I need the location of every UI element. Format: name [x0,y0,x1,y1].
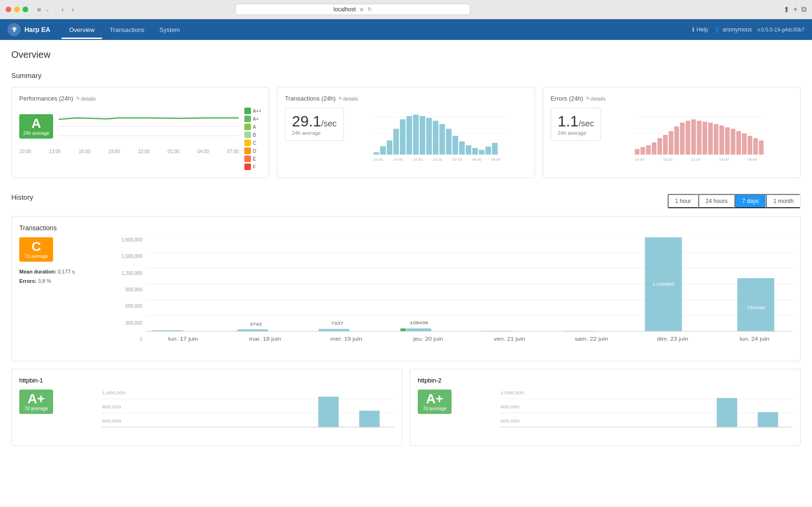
traffic-lights [6,7,28,12]
filter-24hours[interactable]: 24 hours [698,194,735,208]
back-button[interactable]: ‹ [58,5,67,14]
svg-rect-11 [406,116,412,155]
summary-grid: Performances (24h) ✎ details A 24h avera… [11,87,801,178]
httpbin2-layout: A+ 7d average 1,000,000 [418,390,793,438]
tabs-icon[interactable]: ⧉ [801,5,806,14]
svg-rect-19 [459,141,465,155]
summary-title: Summary [11,71,801,79]
svg-text:dim. 23 juin: dim. 23 juin [657,336,688,342]
security-icon: ⊕ [359,7,364,13]
grade-row-c: C [244,140,261,146]
txn-history-title: Transactions [19,224,793,232]
svg-rect-22 [479,150,484,155]
httpbin1-bar-chart: 1,000,000 800,000 600,000 [102,390,394,437]
svg-rect-15 [433,121,438,155]
svg-text:jeu. 20 juin: jeu. 20 juin [413,336,443,342]
svg-text:ven. 21 juin: ven. 21 juin [494,336,525,342]
httpbin1-info: A+ 7d average [19,390,94,438]
httpbin1-chart: 1,000,000 800,000 600,000 [102,390,394,438]
version-label: v.0.5.0-19-g4dc30b7 [757,27,804,32]
big-bar-chart-main: 3742 7337 108436 [146,237,793,353]
svg-rect-6 [374,152,379,155]
edit-icon: ✎ [76,96,80,101]
svg-text:7337: 7337 [331,321,343,325]
svg-text:sam. 22 juin: sam. 22 juin [575,336,608,342]
svg-rect-105 [717,398,737,427]
grade-row-e: E [244,156,261,162]
err-value: 1.1 [558,113,578,130]
grade-legend: A++ A+ A B C D E F [244,108,261,170]
perf-chart-area: A 24h average [19,108,261,170]
minimize-button[interactable] [14,7,20,12]
help-link[interactable]: ℹ Help [692,26,708,33]
maximize-button[interactable] [23,7,28,12]
nav-item-transactions[interactable]: Transactions [102,21,152,39]
svg-rect-51 [725,127,730,155]
svg-text:1,000,000: 1,000,000 [102,390,125,395]
filter-1hour[interactable]: 1 hour [668,194,698,208]
harp-icon: ♆ [11,26,17,33]
svg-rect-54 [742,133,747,155]
url-bar[interactable]: localhost ⊕ ↻ [235,4,470,15]
summary-section: Summary Performances (24h) ✎ details A [11,71,801,178]
svg-rect-10 [400,119,406,155]
svg-text:16:00: 16:00 [663,157,673,162]
txn-grade-badge: C 7d average [19,237,53,262]
errors-detail-link[interactable]: ✎ details [586,96,606,101]
stat-box-txn: 29.1/sec 24h average [285,108,344,141]
filter-7days[interactable]: 7 days [734,194,765,208]
forward-button[interactable]: › [69,5,77,14]
close-button[interactable] [6,7,11,12]
svg-rect-8 [387,140,392,155]
transactions-bar-wrap: 10:00 14:00 18:00 22:00 02:00 06:00 08:0… [350,108,527,163]
svg-text:mar. 18 juin: mar. 18 juin [249,336,281,342]
txn-stats: Mean duration: 0.177 s Errors: 3,8 % [19,267,104,286]
svg-text:600,000: 600,000 [102,419,121,423]
nav-item-system[interactable]: System [152,21,187,39]
add-tab-icon[interactable]: + [793,5,797,14]
svg-text:600,000: 600,000 [500,419,520,423]
time-filter: 1 hour 24 hours 7 days 1 month [667,194,801,209]
svg-text:10:00: 10:00 [374,157,383,162]
history-section: History 1 hour 24 hours 7 days 1 month T… [11,193,801,446]
history-header: History 1 hour 24 hours 7 days 1 month [11,193,801,209]
performances-detail-link[interactable]: ✎ details [76,96,96,101]
svg-text:14:00: 14:00 [393,157,403,162]
history-bar-chart-svg: 3742 7337 108436 [146,237,793,352]
httpbin2-grade: A+ 7d average [418,390,452,414]
share-icon[interactable]: ⬆ [783,5,789,14]
nav-item-overview[interactable]: Overview [62,21,102,39]
svg-text:06:00: 06:00 [472,157,482,162]
transactions-bar-chart: 10:00 14:00 18:00 22:00 02:00 06:00 08:0… [350,108,527,162]
chevron-down-icon[interactable]: ⌄ [44,6,51,13]
performances-title: Performances (24h) ✎ details [19,95,261,102]
svg-text:795496: 795496 [747,305,765,310]
svg-rect-38 [652,142,656,155]
svg-rect-43 [680,123,685,155]
browser-actions: ⬆ + ⧉ [783,5,806,14]
grade-row-d: D [244,148,261,154]
svg-rect-82 [737,278,774,331]
filter-1month[interactable]: 1 month [766,194,800,208]
svg-text:3742: 3742 [250,322,262,326]
perf-main: A 24h average [19,108,239,170]
svg-text:04:00: 04:00 [719,157,729,162]
svg-rect-53 [736,131,741,155]
sidebar-toggle-icon[interactable]: ⊞ [36,6,42,13]
edit-icon-2: ✎ [338,96,342,101]
transactions-detail-link[interactable]: ✎ details [338,96,358,101]
user-menu[interactable]: 👤 anonymous [714,26,752,33]
errors-24h-card: Errors (24h) ✎ details 1.1/sec 24h avera… [543,87,801,178]
httpbin1-card: httpbin-1 A+ 7d average [11,369,402,446]
txn-sub: 24h average [292,130,336,136]
httpbin2-bar-chart: 1,000,000 800,000 600,000 [500,390,793,437]
svg-rect-13 [420,116,425,155]
svg-rect-14 [426,118,432,155]
transactions-stat-box: 29.1/sec 24h average [285,108,344,147]
refresh-icon[interactable]: ↻ [367,6,372,13]
svg-rect-17 [446,129,452,155]
grade-row-f: F [244,164,261,170]
svg-text:lun. 17 juin: lun. 17 juin [168,336,198,342]
svg-text:22:00: 22:00 [433,157,443,162]
txn-value: 29.1 [292,113,321,130]
